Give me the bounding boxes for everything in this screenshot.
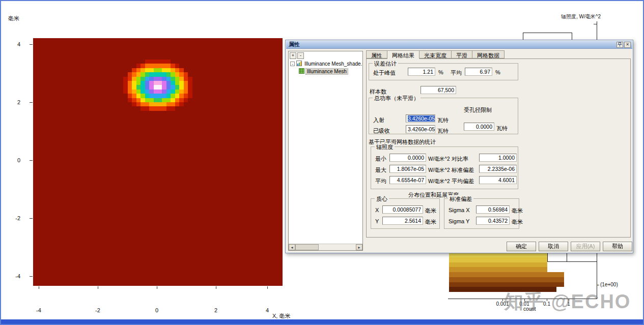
mesh-y-tickmark [30,102,33,103]
sigma-y-label: Sigma Y [449,218,469,224]
avgdev-label: 平均偏差 [452,178,474,185]
irr-avg-label: 平均 [375,178,386,185]
illuminance-mesh-heatmap [33,38,283,286]
sigma-group: 标准偏差 Sigma X 0.56984 毫米 Sigma Y 0.43572 … [444,198,519,229]
dialog-title: 属性 [289,41,300,47]
tab-properties[interactable]: 属性 [366,50,387,58]
contrast-field[interactable]: 1.0000 [479,154,517,162]
centroid-x-field[interactable]: 0.00085077 [382,205,423,214]
error-group-title: 误差估计 [373,60,398,68]
sigma-x-field[interactable]: 0.56984 [476,205,510,214]
absorbed-label: 已吸收 [373,127,390,135]
tab-beam-width[interactable]: 光束宽度 [419,50,452,58]
mesh-y-tickmark [30,160,33,161]
samples-field[interactable]: 67,500 [421,86,456,94]
mesh-y-tick: -2 [5,215,20,221]
centroid-x-unit: 毫米 [425,207,436,215]
incident-field[interactable]: 3.4260e-05 [406,114,435,123]
absorbed-unit: 瓦特 [437,127,449,135]
mesh-icon [299,68,304,75]
sigma-x-label: Sigma X [449,207,470,213]
tree-expand-all-button[interactable]: + [290,52,296,59]
tree-item-chart[interactable]: - Illuminance Mesh_shade.Chart- [290,61,363,67]
scroll-left-icon[interactable]: ◄ [289,244,295,250]
mesh-y-axis-title: 毫米 [8,15,19,22]
mesh-results-panel: 误差估计 处于峰值 1.21 % 平均 6.97 % 样本数 67,500 总功… [366,58,631,238]
histogram-bars [449,252,598,292]
avg-error-label: 平均 [451,69,462,77]
avg-error-field[interactable]: 6.97 [465,68,492,76]
irradiance-group: 辐照度 最小 0.0000 W/毫米^2 对比率 1.0000 最大 1.806… [371,146,518,189]
mesh-y-tick: 0 [5,157,20,163]
tab-mesh-results[interactable]: 网格结果 [387,50,419,59]
stddev-label: 标准偏差 [452,166,474,174]
sigma-y-field[interactable]: 0.43572 [476,217,510,225]
mesh-x-tick: 0 [149,307,164,313]
tab-mesh-data[interactable]: 网格数据 [472,50,505,58]
stddev-field[interactable]: 2.2335e-06 [479,165,517,173]
irr-max-unit: W/毫米^2 [428,167,450,174]
aperture-limited-label: 受孔径限制 [464,106,492,114]
app-window: 毫米 4 2 0 -2 -4 -4 -2 0 2 4 X, 毫米 辐照度, W/… [0,0,644,325]
mesh-y-tickmark [30,218,33,219]
mesh-x-tickmark [267,286,268,289]
dialog-titlebar[interactable]: 属性 [286,41,632,49]
mesh-x-tickmark [98,286,98,289]
properties-dialog: 属性 ✕ + - - Illuminance Mesh_shade.Chart-… [285,40,633,253]
histogram-bar [449,267,547,272]
bottom-bar [1,319,643,324]
tab-strip: 属性 网格结果 光束宽度 平滑 网格数据 [366,50,505,59]
centroid-y-unit: 毫米 [425,218,436,226]
cancel-button[interactable]: 取消 [539,242,568,251]
absorbed-field[interactable]: 3.4260e-05 [406,125,435,133]
mesh-y-tick: 2 [5,99,20,105]
histogram-bar [449,282,564,287]
scrollbar-thumb[interactable] [295,244,319,250]
aperture-unit: 瓦特 [496,125,508,132]
selected-text: 3.4260e-05 [408,115,435,122]
ok-button[interactable]: 确定 [507,242,536,251]
close-icon[interactable]: ✕ [624,42,631,48]
irr-min-field[interactable]: 0.0000 [389,154,426,162]
peak-error-field[interactable]: 1.21 [408,68,435,76]
mesh-y-tickmark [30,276,33,277]
pin-icon[interactable] [617,42,623,48]
centroid-group: 质心 X 0.00085077 毫米 Y 2.5614 毫米 [371,198,440,229]
tree-collapse-all-button[interactable]: - [297,52,304,59]
mesh-y-tick: 4 [5,41,20,47]
irr-avg-field[interactable]: 4.6554e-07 [389,176,426,184]
centroid-y-field[interactable]: 2.5614 [382,217,423,225]
aperture-field[interactable]: 0.0000 [464,123,494,131]
histogram-right-axis-tickmark [594,24,597,24]
irr-max-field[interactable]: 1.8067e-05 [389,165,426,173]
tree-panel: + - - Illuminance Mesh_shade.Chart- Illu… [288,51,363,251]
centroid-x-label: X [375,207,379,213]
tree-item-label: Illuminance Mesh [306,69,348,74]
histogram-bar [449,262,547,268]
watermark: 知乎 @ECHO [504,289,631,315]
mesh-x-tick: -2 [90,307,105,313]
power-group-title: 总功率（未平滑） [373,95,421,102]
tree-expander-icon[interactable]: - [290,62,295,66]
histogram-bar [449,257,547,262]
irr-avg-unit: W/毫米^2 [428,178,450,185]
tree-item-mesh[interactable]: Illuminance Mesh [299,68,348,75]
scroll-right-icon[interactable]: ► [356,244,362,250]
mesh-y-tickmark [30,44,33,45]
avgdev-field[interactable]: 4.6001 [479,176,517,184]
avg-error-unit: % [495,69,500,75]
mesh-x-tick: 2 [208,307,223,313]
peak-error-unit: % [438,69,443,75]
tree-h-scrollbar[interactable]: ◄ ► [289,244,362,250]
incident-label: 入射 [373,116,384,124]
contrast-label: 对比率 [452,155,468,163]
help-button[interactable]: 帮助 [603,242,632,251]
irr-min-unit: W/毫米^2 [428,156,450,163]
sigma-y-unit: 毫米 [512,218,523,226]
mesh-x-tickmark [216,286,216,289]
apply-button[interactable]: 应用(A) [571,242,600,251]
tab-smoothing[interactable]: 平滑 [452,50,472,58]
mesh-x-axis-title: X, 毫米 [272,312,290,320]
histogram-right-axis-tick-label: (1e+00) [600,282,618,287]
histogram-frame-line [567,261,597,262]
